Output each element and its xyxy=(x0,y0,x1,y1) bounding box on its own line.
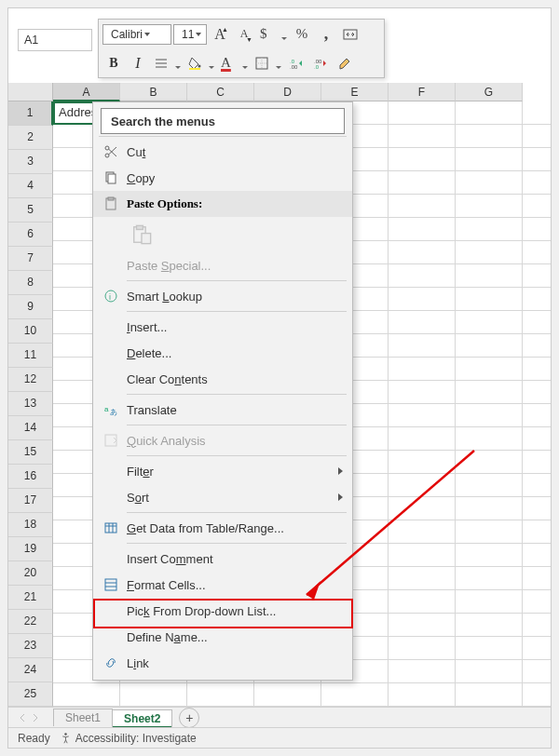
accessibility-icon xyxy=(60,732,72,744)
svg-text:i: i xyxy=(109,292,111,302)
row-header[interactable]: 9 xyxy=(8,295,53,319)
menu-paste-options[interactable]: Paste Options: xyxy=(93,191,352,217)
menu-delete[interactable]: Delete... xyxy=(93,340,352,366)
scissors-icon xyxy=(99,144,123,159)
select-all-corner[interactable] xyxy=(8,83,53,101)
row-header[interactable]: 17 xyxy=(8,489,53,513)
new-sheet-button[interactable]: + xyxy=(179,708,199,728)
menu-sort-label: Sort xyxy=(123,491,338,505)
decrease-font-button[interactable]: A▼ xyxy=(233,23,255,46)
row-header[interactable]: 22 xyxy=(8,610,53,634)
row-header[interactable]: 23 xyxy=(8,634,53,658)
align-button[interactable] xyxy=(151,52,183,74)
menu-insert[interactable]: Insert... xyxy=(93,314,352,340)
chevron-down-icon xyxy=(143,33,152,36)
row-header[interactable]: 11 xyxy=(8,344,53,368)
row-header[interactable]: 19 xyxy=(8,537,53,561)
name-box[interactable]: A1 xyxy=(18,29,92,51)
row-header[interactable]: 21 xyxy=(8,586,53,610)
table-icon xyxy=(99,520,123,535)
context-menu: Search the menus Cut Copy Paste Options:… xyxy=(92,101,353,681)
align-icon xyxy=(154,56,169,71)
menu-define-label: Define Name... xyxy=(123,630,343,644)
font-color-button[interactable]: A xyxy=(218,52,250,74)
menu-copy[interactable]: Copy xyxy=(93,165,352,191)
svg-point-26 xyxy=(64,733,66,735)
svg-rect-15 xyxy=(137,225,143,229)
row-header[interactable]: 14 xyxy=(8,416,53,440)
menu-filter[interactable]: Filter xyxy=(93,458,352,484)
name-box-row: A1 xyxy=(18,27,102,53)
menu-clear-label: Clear Contents xyxy=(123,372,343,386)
borders-button[interactable] xyxy=(252,52,283,74)
decrease-decimal-button[interactable]: .00.0 xyxy=(309,52,332,74)
svg-rect-16 xyxy=(142,234,151,244)
status-accessibility[interactable]: Accessibility: Investigate xyxy=(60,732,197,745)
paintbrush-icon xyxy=(337,56,352,71)
row-header[interactable]: 8 xyxy=(8,271,53,295)
sheet-tabs-row: Sheet1 Sheet2 + xyxy=(8,707,551,727)
row-header[interactable]: 10 xyxy=(8,319,53,344)
menu-define-name[interactable]: Define Name... xyxy=(93,624,352,650)
menu-smart-lookup[interactable]: i Smart Lookup xyxy=(93,283,352,309)
font-size-label: 11 xyxy=(182,28,194,41)
svg-rect-0 xyxy=(344,30,357,39)
row-header[interactable]: 24 xyxy=(8,658,53,682)
menu-delete-label: Delete... xyxy=(123,346,343,360)
row-header[interactable]: 13 xyxy=(8,392,53,416)
increase-font-button[interactable]: A▲ xyxy=(209,23,231,46)
menu-sort[interactable]: Sort xyxy=(93,484,352,510)
comma-format-button[interactable]: , xyxy=(315,23,337,46)
col-header-a[interactable]: A xyxy=(53,83,120,101)
col-header-c[interactable]: C xyxy=(187,83,254,101)
fill-color-button[interactable] xyxy=(184,52,216,74)
col-header-d[interactable]: D xyxy=(254,83,321,101)
tab-nav[interactable] xyxy=(18,713,40,722)
row-header[interactable]: 5 xyxy=(8,198,53,223)
submenu-arrow-icon xyxy=(338,493,343,501)
row-header[interactable]: 15 xyxy=(8,440,53,465)
menu-get-data[interactable]: Get Data from Table/Range... xyxy=(93,515,352,541)
col-header-e[interactable]: E xyxy=(321,83,389,101)
menu-filter-label: Filter xyxy=(123,465,338,479)
col-header-f[interactable]: F xyxy=(389,83,456,101)
merge-center-button[interactable] xyxy=(339,23,361,46)
merge-icon xyxy=(343,27,358,42)
row-header[interactable]: 1 xyxy=(8,101,53,126)
accounting-format-button[interactable]: $ xyxy=(257,23,289,46)
menu-copy-label: Copy xyxy=(123,171,343,185)
row-header[interactable]: 6 xyxy=(8,223,53,247)
row-header[interactable]: 7 xyxy=(8,247,53,271)
row-header[interactable]: 25 xyxy=(8,682,53,707)
col-header-b[interactable]: B xyxy=(120,83,187,101)
svg-rect-11 xyxy=(108,174,116,183)
row-header[interactable]: 12 xyxy=(8,368,53,392)
menu-format-cells[interactable]: Format Cells... xyxy=(93,572,352,598)
increase-decimal-button[interactable]: .0.00 xyxy=(285,52,307,74)
menu-paste-default xyxy=(93,217,352,252)
svg-rect-13 xyxy=(108,197,114,200)
sheet-tab-1[interactable]: Sheet1 xyxy=(53,709,113,726)
percent-format-button[interactable]: % xyxy=(291,23,313,46)
sheet-tab-2[interactable]: Sheet2 xyxy=(112,709,172,727)
row-header[interactable]: 18 xyxy=(8,513,53,537)
menu-search-input[interactable]: Search the menus xyxy=(101,108,345,134)
italic-button[interactable]: I xyxy=(127,52,149,74)
menu-pick-from-list[interactable]: Pick From Drop-down List... xyxy=(93,598,352,624)
bold-button[interactable]: B xyxy=(102,52,125,74)
menu-translate[interactable]: aあ Translate xyxy=(93,397,352,423)
font-size-select[interactable]: 11 xyxy=(173,24,207,45)
menu-cut[interactable]: Cut xyxy=(93,139,352,165)
status-bar: Ready Accessibility: Investigate xyxy=(8,727,551,748)
font-family-select[interactable]: Calibri xyxy=(102,24,171,45)
menu-insert-comment[interactable]: Insert Comment xyxy=(93,546,352,572)
row-header[interactable]: 16 xyxy=(8,465,53,489)
row-header[interactable]: 4 xyxy=(8,174,53,198)
menu-clear-contents[interactable]: Clear Contents xyxy=(93,366,352,392)
col-header-g[interactable]: G xyxy=(456,83,523,101)
row-header[interactable]: 20 xyxy=(8,561,53,586)
row-header[interactable]: 3 xyxy=(8,150,53,174)
menu-link[interactable]: Link xyxy=(93,650,352,676)
format-painter-button[interactable] xyxy=(334,52,356,74)
row-header[interactable]: 2 xyxy=(8,126,53,150)
